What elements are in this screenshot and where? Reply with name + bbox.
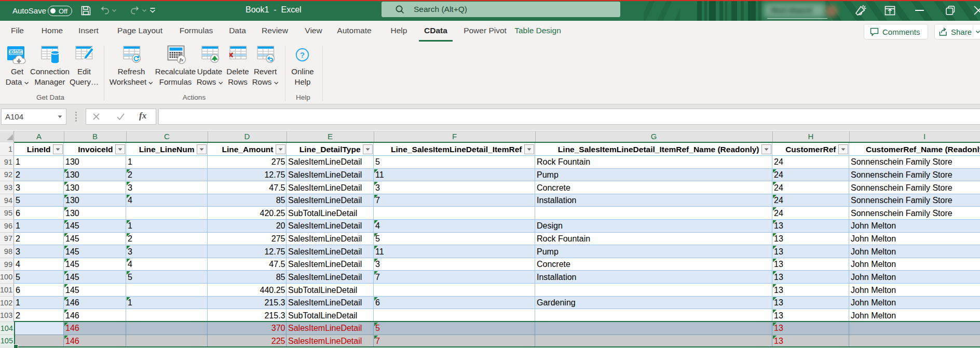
svg-text:?: ? (300, 50, 305, 59)
svg-text:fx: fx (180, 57, 184, 62)
